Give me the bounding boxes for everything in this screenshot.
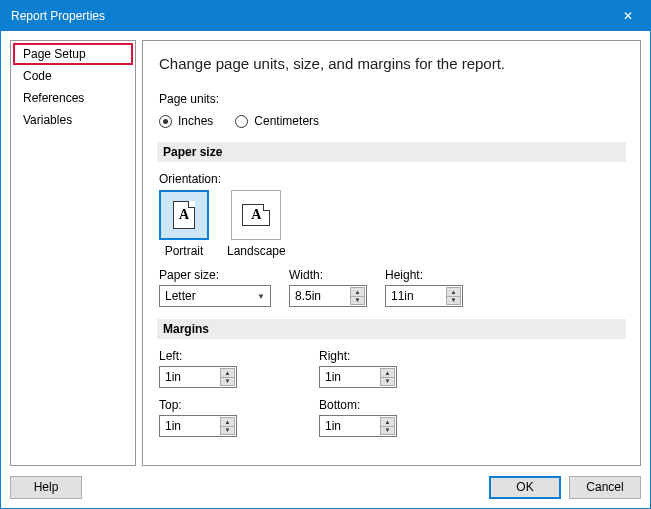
spin-down-icon[interactable]: ▼ (380, 377, 395, 387)
orientation-label-portrait: Portrait (165, 244, 204, 258)
paper-size-label: Paper size: (159, 268, 271, 282)
sidebar-item-variables[interactable]: Variables (13, 109, 133, 131)
margins-grid: Left: 1in ▲▼ Right: 1in ▲▼ Top: (159, 349, 624, 437)
page-portrait-icon: A (173, 201, 195, 229)
spin-down-icon[interactable]: ▼ (380, 426, 395, 436)
height-spinner[interactable]: 11in ▲▼ (385, 285, 463, 307)
height-label: Height: (385, 268, 463, 282)
orientation-label: Orientation: (159, 172, 624, 186)
radio-icon (235, 115, 248, 128)
margin-left-label: Left: (159, 349, 295, 363)
spin-up-icon[interactable]: ▲ (350, 287, 365, 296)
page-units-radios: Inches Centimeters (159, 114, 624, 128)
paper-fields-row: Paper size: Letter ▼ Width: 8.5in ▲▼ Hei… (159, 268, 624, 307)
help-button[interactable]: Help (10, 476, 82, 499)
sidebar-item-page-setup[interactable]: Page Setup (13, 43, 133, 65)
margin-top-spinner[interactable]: 1in ▲▼ (159, 415, 237, 437)
spin-down-icon[interactable]: ▼ (446, 296, 461, 306)
radio-inches[interactable]: Inches (159, 114, 213, 128)
paper-size-header: Paper size (157, 142, 626, 162)
sidebar-label: Variables (23, 113, 72, 127)
sidebar-label: Code (23, 69, 52, 83)
spin-value: 1in (165, 419, 181, 433)
spin-value: 11in (391, 289, 414, 303)
radio-icon (159, 115, 172, 128)
margin-bottom-spinner[interactable]: 1in ▲▼ (319, 415, 397, 437)
spin-up-icon[interactable]: ▲ (220, 368, 235, 377)
dialog-body: Page Setup Code References Variables Cha… (1, 31, 650, 466)
spin-up-icon[interactable]: ▲ (446, 287, 461, 296)
margins-header: Margins (157, 319, 626, 339)
orientation-row: A Portrait A Landscape (159, 190, 624, 258)
combo-value: Letter (165, 289, 196, 303)
chevron-down-icon: ▼ (253, 287, 269, 305)
margin-top-label: Top: (159, 398, 295, 412)
panel-heading: Change page units, size, and margins for… (159, 55, 624, 72)
spin-value: 8.5in (295, 289, 321, 303)
margin-left-spinner[interactable]: 1in ▲▼ (159, 366, 237, 388)
width-spinner[interactable]: 8.5in ▲▼ (289, 285, 367, 307)
spin-value: 1in (325, 370, 341, 384)
dialog-window: Report Properties ✕ Page Setup Code Refe… (0, 0, 651, 509)
spin-down-icon[interactable]: ▼ (220, 426, 235, 436)
titlebar[interactable]: Report Properties ✕ (1, 1, 650, 31)
spin-down-icon[interactable]: ▼ (220, 377, 235, 387)
radio-label: Inches (178, 114, 213, 128)
sidebar-label: References (23, 91, 84, 105)
spin-value: 1in (325, 419, 341, 433)
spin-value: 1in (165, 370, 181, 384)
close-icon: ✕ (623, 9, 633, 23)
sidebar-item-references[interactable]: References (13, 87, 133, 109)
ok-button[interactable]: OK (489, 476, 561, 499)
margin-right-label: Right: (319, 349, 455, 363)
radio-label: Centimeters (254, 114, 319, 128)
close-button[interactable]: ✕ (605, 1, 650, 31)
spin-up-icon[interactable]: ▲ (220, 417, 235, 426)
cancel-button[interactable]: Cancel (569, 476, 641, 499)
page-landscape-icon: A (242, 204, 270, 226)
sidebar-label: Page Setup (23, 47, 86, 61)
main-panel: Change page units, size, and margins for… (142, 40, 641, 466)
sidebar: Page Setup Code References Variables (10, 40, 136, 466)
margin-right-spinner[interactable]: 1in ▲▼ (319, 366, 397, 388)
spin-down-icon[interactable]: ▼ (350, 296, 365, 306)
margin-bottom-label: Bottom: (319, 398, 455, 412)
spin-up-icon[interactable]: ▲ (380, 368, 395, 377)
spin-up-icon[interactable]: ▲ (380, 417, 395, 426)
orientation-portrait[interactable]: A (159, 190, 209, 240)
radio-centimeters[interactable]: Centimeters (235, 114, 319, 128)
sidebar-item-code[interactable]: Code (13, 65, 133, 87)
orientation-label-landscape: Landscape (227, 244, 286, 258)
page-units-label: Page units: (159, 92, 624, 106)
dialog-footer: Help OK Cancel (1, 466, 650, 508)
width-label: Width: (289, 268, 367, 282)
orientation-landscape[interactable]: A (231, 190, 281, 240)
dialog-title: Report Properties (11, 9, 105, 23)
paper-size-combo[interactable]: Letter ▼ (159, 285, 271, 307)
